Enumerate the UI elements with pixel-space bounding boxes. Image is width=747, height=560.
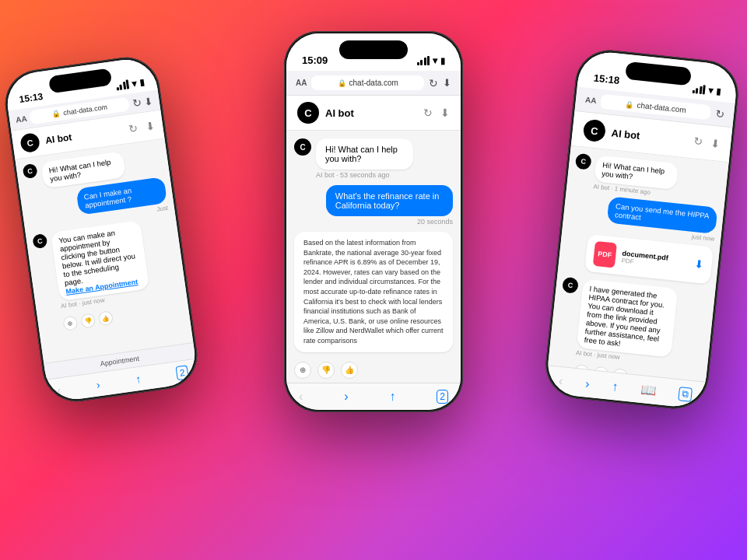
thumbdown-btn-l2[interactable]: 👎	[80, 313, 96, 328]
tabs-btn-left[interactable]: 2	[176, 365, 189, 380]
user-time-c1: 20 seconds	[294, 218, 453, 226]
download-icon-left[interactable]: ⬇	[145, 119, 156, 133]
reload-left[interactable]: ↻	[132, 96, 142, 110]
phone-left: 15:13 ▾ ▮ AA 🔒 chat-data.com ↻ ⬇ C AI bo…	[1, 53, 202, 406]
forward-btn-left[interactable]: ›	[96, 378, 101, 390]
download-center[interactable]: ⬇	[443, 77, 451, 89]
bot-greeting-center: C Hi! What can I help you with? AI bot ·…	[294, 138, 453, 179]
back-btn-center[interactable]: ‹	[299, 390, 303, 404]
url-text-center: chat-data.com	[349, 79, 398, 87]
lock-icon-left: 🔒	[51, 110, 61, 118]
url-bar-center[interactable]: 🔒 chat-data.com	[311, 75, 424, 90]
pdf-attachment[interactable]: PDF document.pdf PDF ⬇	[584, 234, 714, 285]
user-bubble-c1: What's the refinance rate in California …	[326, 185, 453, 216]
time-left: 15:13	[19, 91, 44, 105]
copy-btn-c2[interactable]: ⊕	[294, 362, 311, 379]
browser-nav-center: ‹ › ↑ 2	[286, 383, 461, 410]
bot-mini-avatar-l2: C	[32, 233, 47, 249]
bookmarks-btn-right[interactable]: 📖	[640, 382, 657, 398]
bot-avatar-left: C	[19, 132, 40, 153]
wifi-right: ▾	[707, 85, 713, 96]
signal-left	[115, 79, 129, 90]
thumbup-btn-l2[interactable]: 👍	[98, 310, 114, 326]
thumbup-btn-c2[interactable]: 👍	[341, 362, 358, 379]
refresh-icon-right[interactable]: ↻	[693, 135, 703, 148]
bot-avatar-right: C	[583, 119, 607, 143]
chat-area-left: C Hi! What can I help you with? Can I ma…	[15, 139, 193, 363]
aa-center: AA	[296, 79, 307, 87]
bot-row-c2: Based on the latest information from Ban…	[294, 232, 453, 352]
browser-bar-center: AA 🔒 chat-data.com ↻ ⬇	[286, 71, 461, 96]
reaction-bar-c2: ⊕ 👎 👍	[294, 362, 453, 379]
dynamic-island-center	[339, 40, 408, 59]
share-btn-left[interactable]: ↑	[135, 373, 142, 386]
bot-bubble-l2: You can make an appointment by clicking …	[51, 220, 149, 301]
phone-right: 15:18 ▾ ▮ AA 🔒 chat-data.com ↻ C AI bot …	[542, 47, 742, 411]
time-center: 15:09	[302, 54, 328, 66]
phone-center: 15:09 ▾ ▮ AA 🔒 chat-data.com ↻ ⬇ C AI bo…	[284, 31, 463, 412]
battery-left: ▮	[139, 77, 145, 88]
bot-row-r2: C I have generated the HIPAA contract fo…	[556, 277, 709, 369]
download-icon-right[interactable]: ⬇	[710, 137, 721, 150]
bot-mini-avatar-c1: C	[294, 138, 311, 156]
bot-bubble-r2: I have generated the HIPAA contract for …	[577, 279, 678, 358]
header-actions-center: ↻ ⬇	[423, 107, 450, 119]
bot-mini-avatar-l1: C	[23, 163, 38, 179]
bot-time-c1: AI bot · 53 seconds ago	[316, 171, 445, 179]
battery-right: ▮	[715, 86, 721, 97]
forward-btn-center[interactable]: ›	[344, 390, 348, 404]
pdf-info: document.pdf PDF	[621, 249, 689, 271]
forward-btn-right[interactable]: ›	[584, 376, 590, 390]
copy-btn-l2[interactable]: ⊕	[62, 316, 78, 331]
chat-area-right: C Hi! What can I help you with? AI bot ·…	[548, 146, 728, 382]
bot-mini-avatar-r2: C	[562, 277, 579, 294]
lock-icon-right: 🔒	[625, 100, 634, 108]
bot-name-right: AI bot	[611, 127, 640, 142]
url-text-right: chat-data.com	[637, 100, 686, 114]
chat-header-center: C AI bot ↻ ⬇	[286, 96, 461, 131]
refresh-icon-left[interactable]: ↻	[128, 121, 139, 135]
chat-area-center: C Hi! What can I help you with? AI bot ·…	[286, 131, 461, 383]
signal-center	[417, 56, 430, 65]
bot-name-center: AI bot	[325, 107, 354, 119]
lock-icon-center: 🔒	[338, 79, 346, 87]
refresh-icon-center[interactable]: ↻	[423, 107, 433, 119]
pdf-icon: PDF	[593, 241, 617, 268]
bot-avatar-center: C	[297, 102, 319, 124]
bot-name-left: AI bot	[44, 131, 72, 146]
download-icon-center[interactable]: ⬇	[440, 107, 450, 119]
header-actions-left: ↻ ⬇	[128, 119, 156, 135]
thumbdown-btn-c2[interactable]: 👎	[317, 362, 335, 379]
aa-left: AA	[16, 114, 28, 124]
back-btn-left[interactable]: ‹	[56, 383, 61, 396]
bot-bubble-c1: Hi! What can I help you with?	[316, 138, 413, 170]
aa-right: AA	[584, 95, 597, 104]
back-btn-right[interactable]: ‹	[558, 373, 563, 387]
reload-center[interactable]: ↻	[429, 77, 438, 89]
wifi-left: ▾	[131, 78, 137, 89]
url-text-left: chat-data.com	[63, 103, 108, 117]
header-actions-right: ↻ ⬇	[693, 135, 720, 149]
share-btn-center[interactable]: ↑	[389, 390, 395, 404]
tabs-btn-right[interactable]: ⧉	[678, 387, 693, 402]
time-right: 15:18	[593, 72, 620, 86]
download-left[interactable]: ⬇	[144, 95, 154, 107]
share-btn-right[interactable]: ↑	[612, 380, 619, 394]
pdf-download-btn[interactable]: ⬇	[694, 257, 705, 271]
wifi-center: ▾	[433, 55, 437, 66]
signal-right	[692, 84, 706, 95]
battery-center: ▮	[440, 56, 445, 66]
bot-row-l2: C You can make an appointment by clickin…	[32, 216, 180, 313]
tabs-btn-center[interactable]: 2	[437, 390, 448, 404]
bot-mini-avatar-r1: C	[575, 153, 592, 170]
user-row-c1: What's the refinance rate in California …	[294, 185, 453, 226]
reload-right[interactable]: ↻	[714, 107, 725, 121]
bot-bubble-c2: Based on the latest information from Ban…	[294, 232, 453, 352]
